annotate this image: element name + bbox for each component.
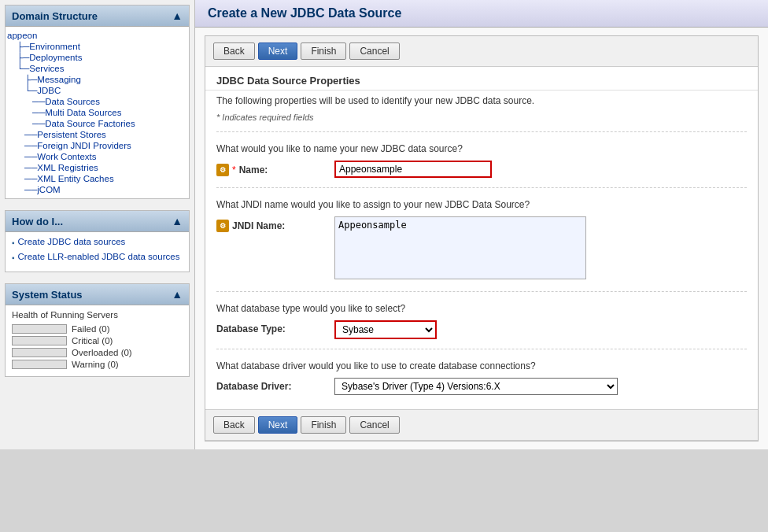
cancel-button-top[interactable]: Cancel bbox=[349, 42, 399, 60]
db-type-input-area: Sybase Oracle MySQL MS SQL Server DB2 Ot… bbox=[334, 320, 747, 339]
health-status-warning: Warning (0) bbox=[72, 360, 119, 369]
tree-item-work-contexts[interactable]: ──Work Contexts bbox=[7, 151, 187, 162]
health-label: Health of Running Servers bbox=[12, 310, 183, 320]
section-divider-1 bbox=[216, 131, 747, 132]
main-content: Create a New JDBC Data Source Back Next … bbox=[195, 0, 768, 449]
health-bar-critical bbox=[12, 336, 67, 345]
tree-item-messaging[interactable]: ├─Messaging bbox=[7, 74, 187, 85]
health-row-failed: Failed (0) bbox=[12, 324, 183, 334]
page-title-bar: Create a New JDBC Data Source bbox=[195, 0, 768, 28]
db-type-question: What database type would you like to sel… bbox=[205, 295, 758, 317]
page-title: Create a New JDBC Data Source bbox=[208, 6, 401, 20]
db-type-select[interactable]: Sybase Oracle MySQL MS SQL Server DB2 Ot… bbox=[334, 320, 437, 339]
howdoi-collapse-icon[interactable]: ▲ bbox=[172, 215, 183, 227]
next-button-bottom[interactable]: Next bbox=[258, 416, 298, 434]
health-status-overloaded: Overloaded (0) bbox=[72, 348, 132, 357]
db-driver-field-row: Database Driver: Sybase's Driver (Type 4… bbox=[205, 375, 758, 401]
health-row-critical: Critical (0) bbox=[12, 336, 183, 345]
health-bar-warning bbox=[12, 360, 67, 369]
tree-item-jcom[interactable]: ──jCOM bbox=[7, 184, 187, 195]
domain-structure-header: Domain Structure ▲ bbox=[6, 6, 189, 27]
tree-item-environment[interactable]: ├─Environment bbox=[7, 41, 187, 52]
health-status-failed: Failed (0) bbox=[72, 324, 110, 334]
section-divider-4 bbox=[216, 349, 747, 349]
domain-structure-title: Domain Structure bbox=[12, 10, 98, 22]
jndi-field-label: JNDI Name: bbox=[232, 220, 285, 231]
db-driver-question: What database driver would you like to u… bbox=[205, 353, 758, 375]
tree-item-multi-data-sources[interactable]: ──Multi Data Sources bbox=[7, 107, 187, 118]
health-status-critical: Critical (0) bbox=[72, 336, 113, 345]
jndi-field-row: ⚙ JNDI Name: Appeonsample bbox=[205, 213, 758, 288]
howdoi-panel: How do I... ▲ ▪ Create JDBC data sources… bbox=[5, 210, 190, 272]
db-driver-field-label: Database Driver: bbox=[216, 381, 291, 392]
tree-item-data-sources[interactable]: ──Data Sources bbox=[7, 96, 187, 107]
howdoi-body: ▪ Create JDBC data sources ▪ Create LLR-… bbox=[6, 232, 189, 272]
domain-structure-collapse-icon[interactable]: ▲ bbox=[172, 9, 183, 22]
jndi-label-area: ⚙ JNDI Name: bbox=[216, 216, 327, 232]
tree-item-data-source-factories[interactable]: ──Data Source Factories bbox=[7, 118, 187, 129]
db-driver-input-area: Sybase's Driver (Type 4) Versions:6.X Sy… bbox=[334, 378, 747, 395]
howdoi-link-create-llr[interactable]: ▪ Create LLR-enabled JDBC data sources bbox=[12, 252, 183, 262]
system-status-title: System Status bbox=[12, 289, 83, 301]
bottom-toolbar: Back Next Finish Cancel bbox=[205, 409, 758, 441]
tree-item-xml-registries[interactable]: ──XML Registries bbox=[7, 162, 187, 173]
top-toolbar: Back Next Finish Cancel bbox=[205, 36, 758, 67]
tree-item-xml-entity-caches[interactable]: ──XML Entity Caches bbox=[7, 173, 187, 184]
system-status-body: Health of Running Servers Failed (0) Cri… bbox=[6, 305, 189, 376]
db-type-label-area: Database Type: bbox=[216, 320, 327, 334]
jndi-field-icon: ⚙ bbox=[216, 220, 229, 232]
health-bar-overloaded bbox=[12, 348, 67, 357]
jndi-input[interactable]: Appeonsample bbox=[334, 216, 586, 279]
form-section-title: JDBC Data Source Properties bbox=[205, 67, 758, 91]
name-field-icon: ⚙ bbox=[216, 164, 229, 176]
health-row-overloaded: Overloaded (0) bbox=[12, 348, 183, 357]
cancel-button-bottom[interactable]: Cancel bbox=[349, 416, 399, 434]
name-field-row: ⚙ * Name: bbox=[205, 157, 758, 184]
finish-button-bottom[interactable]: Finish bbox=[301, 416, 346, 434]
howdoi-link-create-jdbc[interactable]: ▪ Create JDBC data sources bbox=[12, 237, 183, 247]
name-field-label: Name: bbox=[239, 164, 268, 175]
jndi-question: What JNDI name would you like to assign … bbox=[205, 191, 758, 213]
finish-button-top[interactable]: Finish bbox=[301, 42, 346, 60]
tree-item-deployments[interactable]: ├─Deployments bbox=[7, 52, 187, 63]
tree-item-jdbc[interactable]: └─JDBC bbox=[7, 85, 187, 96]
next-button-top[interactable]: Next bbox=[258, 42, 298, 60]
section-divider-2 bbox=[216, 187, 747, 188]
db-type-field-row: Database Type: Sybase Oracle MySQL MS SQ… bbox=[205, 317, 758, 345]
name-required-star: * bbox=[232, 164, 236, 175]
required-note: * Indicates required fields bbox=[205, 111, 758, 128]
name-input-area bbox=[334, 161, 747, 178]
howdoi-title: How do I... bbox=[12, 216, 63, 227]
sidebar: Domain Structure ▲ appeon ├─Environment … bbox=[0, 0, 195, 449]
name-label-area: ⚙ * Name: bbox=[216, 161, 327, 176]
system-status-header: System Status ▲ bbox=[6, 284, 189, 305]
back-button-bottom[interactable]: Back bbox=[213, 416, 255, 434]
form-panel: Back Next Finish Cancel JDBC Data Source… bbox=[205, 35, 759, 441]
tree-item-appeon[interactable]: appeon bbox=[7, 30, 187, 41]
health-row-warning: Warning (0) bbox=[12, 360, 183, 369]
howdoi-header: How do I... ▲ bbox=[6, 211, 189, 232]
db-driver-select[interactable]: Sybase's Driver (Type 4) Versions:6.X Sy… bbox=[334, 378, 618, 395]
name-question: What would you like to name your new JDB… bbox=[205, 135, 758, 157]
name-input[interactable] bbox=[334, 161, 492, 178]
system-status-panel: System Status ▲ Health of Running Server… bbox=[5, 283, 190, 377]
bullet-icon-2: ▪ bbox=[12, 253, 15, 262]
domain-structure-panel: Domain Structure ▲ appeon ├─Environment … bbox=[5, 5, 190, 199]
system-status-collapse-icon[interactable]: ▲ bbox=[172, 288, 183, 301]
bullet-icon-1: ▪ bbox=[12, 238, 15, 247]
tree-item-persistent-stores[interactable]: ──Persistent Stores bbox=[7, 129, 187, 140]
db-driver-label-area: Database Driver: bbox=[216, 378, 327, 392]
tree-item-services[interactable]: └─Services bbox=[7, 63, 187, 74]
back-button-top[interactable]: Back bbox=[213, 42, 255, 60]
health-bar-failed bbox=[12, 324, 67, 334]
domain-structure-tree: appeon ├─Environment ├─Deployments └─Ser… bbox=[6, 27, 189, 198]
section-divider-3 bbox=[216, 291, 747, 292]
db-type-field-label: Database Type: bbox=[216, 323, 286, 334]
jndi-input-area: Appeonsample bbox=[334, 216, 747, 282]
tree-item-foreign-jndi[interactable]: ──Foreign JNDI Providers bbox=[7, 140, 187, 151]
form-description: The following properties will be used to… bbox=[205, 91, 758, 111]
